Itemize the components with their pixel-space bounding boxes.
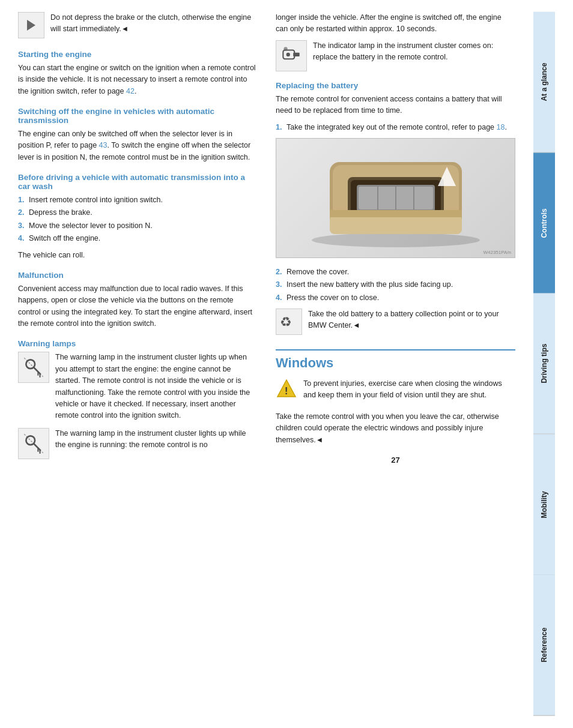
battery-illustration <box>294 144 498 252</box>
step-1: 1.Insert remote control into ignition sw… <box>18 194 258 206</box>
play-icon <box>24 18 38 32</box>
page-number: 27 <box>276 456 515 465</box>
play-icon-box <box>18 12 44 38</box>
warning-note-1-text: The warning lamp in the instrument clust… <box>55 352 258 421</box>
sidebar-tab-reference[interactable]: Reference <box>533 575 555 716</box>
indicator-note: The indicator lamp in the instrument clu… <box>276 40 515 71</box>
sidebar-tab-controls[interactable]: Controls <box>533 153 555 294</box>
svg-text:!: ! <box>285 386 288 396</box>
svg-line-7 <box>34 444 41 451</box>
sidebar-tab-driving-tips[interactable]: Driving tips <box>533 293 555 435</box>
battery-step-4: 4. Press the cover on to close. <box>276 292 515 304</box>
battery-steps-2: 2. Remove the cover. 3. Insert the new b… <box>276 266 515 304</box>
warning-triangle-svg: ! <box>276 379 297 399</box>
battery-step-2: 2. Remove the cover. <box>276 266 515 278</box>
key-indicator-icon <box>276 40 307 71</box>
right-column: longer inside the vehicle. After the eng… <box>276 12 515 716</box>
key-icon-svg-2 <box>22 432 46 456</box>
recycle-note: ♻ Take the old battery to a battery coll… <box>276 308 515 335</box>
warning-triangle-icon: ! <box>276 378 297 400</box>
svg-rect-27 <box>330 210 462 217</box>
malfunction-title: Malfunction <box>18 271 258 280</box>
battery-step-1-list: 1. Take the integrated key out of the re… <box>276 122 515 133</box>
left-column: Do not depress the brake or the clutch, … <box>18 12 258 716</box>
replacing-battery-title: Replacing the battery <box>276 81 515 90</box>
key-icon-svg-1 <box>22 355 46 379</box>
before-driving-title: Before driving a vehicle with automatic … <box>18 173 258 191</box>
warning-note-2: The warning lamp in the instrument clust… <box>18 428 258 459</box>
warning-note-2-text: The warning lamp in the instrument clust… <box>55 428 258 451</box>
before-driving-steps: 1.Insert remote control into ignition sw… <box>18 194 258 245</box>
sidebar-tab-mobility[interactable]: Mobility <box>533 435 555 576</box>
windows-heading: Windows <box>276 349 515 371</box>
svg-marker-0 <box>27 20 35 31</box>
sidebar-tab-at-a-glance[interactable]: At a glance <box>533 12 555 153</box>
sidebar: At a glance Controls Driving tips Mobili… <box>533 12 555 716</box>
recycle-icon-svg: ♻ <box>278 311 300 332</box>
link-43[interactable]: 43 <box>99 141 108 149</box>
top-note-box: Do not depress the brake or the clutch, … <box>18 12 258 40</box>
starting-engine-body: You can start the engine or switch on th… <box>18 62 258 97</box>
windows-body-text: Take the remote control with you when yo… <box>276 411 515 446</box>
battery-step-1: 1. Take the integrated key out of the re… <box>276 122 515 133</box>
link-18[interactable]: 18 <box>497 123 505 131</box>
key-indicator-svg <box>279 44 303 68</box>
step-3: 3.Move the selector lever to position N. <box>18 220 258 232</box>
svg-rect-26 <box>330 215 462 234</box>
recycle-note-text: Take the old battery to a battery collec… <box>308 308 515 332</box>
watermark: W42351PA/n <box>483 250 511 255</box>
starting-engine-title: Starting the engine <box>18 50 258 59</box>
top-note-text: Do not depress the brake or the clutch, … <box>50 12 258 35</box>
warning-note-1: The warning lamp in the instrument clust… <box>18 352 258 421</box>
svg-rect-13 <box>293 52 300 56</box>
windows-warning-text: To prevent injuries, exercise care when … <box>303 378 515 402</box>
svg-point-15 <box>312 233 480 247</box>
step-4: 4.Switch off the engine. <box>18 233 258 244</box>
svg-point-12 <box>286 52 290 56</box>
switching-off-body: The engine can only be switched off when… <box>18 128 258 163</box>
continuation-text: longer inside the vehicle. After the eng… <box>276 12 515 35</box>
malfunction-body: Convenient access may malfunction due to… <box>18 283 258 330</box>
switching-off-title: Switching off the engine in vehicles wit… <box>18 107 258 125</box>
windows-section: Windows ! To prevent injuries, exercise … <box>276 349 515 446</box>
battery-image: W42351PA/n <box>276 138 515 258</box>
key-warning-icon-1 <box>18 352 49 383</box>
key-warning-icon-2 <box>18 428 49 459</box>
svg-line-2 <box>34 367 41 375</box>
battery-step-3: 3. Insert the new battery with the plus … <box>276 279 515 290</box>
replacing-battery-intro: The remote control for convenient access… <box>276 94 515 117</box>
vehicle-can-roll: The vehicle can roll. <box>18 250 258 261</box>
main-content: Do not depress the brake or the clutch, … <box>0 0 573 728</box>
indicator-note-text: The indicator lamp in the instrument clu… <box>313 40 515 64</box>
warning-lamps-title: Warning lamps <box>18 339 258 348</box>
recycle-icon: ♻ <box>276 308 302 335</box>
step-2: 2.Depress the brake. <box>18 207 258 218</box>
svg-point-14 <box>283 47 287 50</box>
svg-text:♻: ♻ <box>280 314 292 329</box>
windows-warning-box: ! To prevent injuries, exercise care whe… <box>276 378 515 406</box>
link-42[interactable]: 42 <box>126 87 135 95</box>
